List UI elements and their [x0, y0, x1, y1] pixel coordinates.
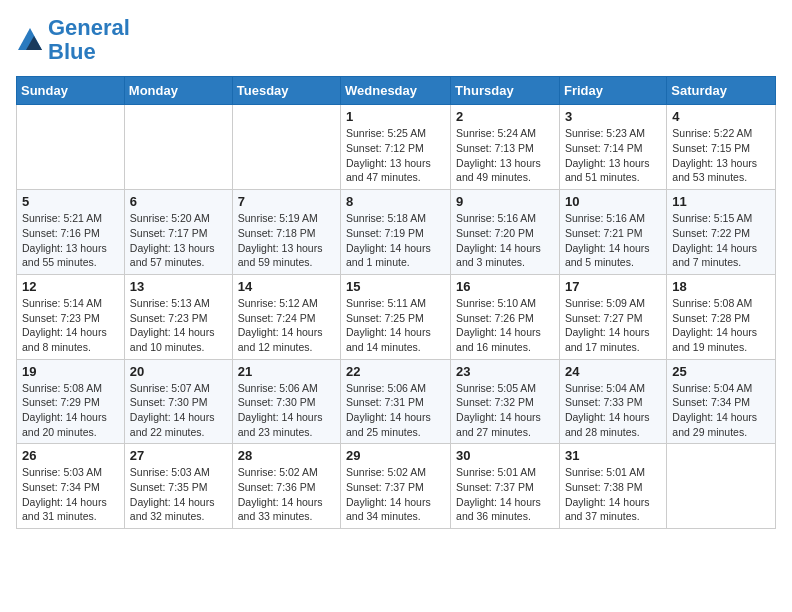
- calendar-day-cell: 8Sunrise: 5:18 AMSunset: 7:19 PMDaylight…: [341, 190, 451, 275]
- calendar-day-cell: 4Sunrise: 5:22 AMSunset: 7:15 PMDaylight…: [667, 105, 776, 190]
- day-number: 10: [565, 194, 661, 209]
- day-number: 13: [130, 279, 227, 294]
- day-number: 30: [456, 448, 554, 463]
- day-number: 26: [22, 448, 119, 463]
- day-info: Sunrise: 5:11 AMSunset: 7:25 PMDaylight:…: [346, 296, 445, 355]
- page-header: General Blue: [16, 16, 776, 64]
- day-info: Sunrise: 5:02 AMSunset: 7:37 PMDaylight:…: [346, 465, 445, 524]
- weekday-header-cell: Monday: [124, 77, 232, 105]
- logo-icon: [16, 26, 44, 54]
- weekday-header-cell: Tuesday: [232, 77, 340, 105]
- calendar-day-cell: 3Sunrise: 5:23 AMSunset: 7:14 PMDaylight…: [559, 105, 666, 190]
- calendar-day-cell: 28Sunrise: 5:02 AMSunset: 7:36 PMDayligh…: [232, 444, 340, 529]
- day-number: 11: [672, 194, 770, 209]
- calendar-day-cell: 1Sunrise: 5:25 AMSunset: 7:12 PMDaylight…: [341, 105, 451, 190]
- logo: General Blue: [16, 16, 130, 64]
- day-number: 14: [238, 279, 335, 294]
- day-info: Sunrise: 5:20 AMSunset: 7:17 PMDaylight:…: [130, 211, 227, 270]
- day-number: 29: [346, 448, 445, 463]
- weekday-header-cell: Friday: [559, 77, 666, 105]
- calendar-day-cell: 31Sunrise: 5:01 AMSunset: 7:38 PMDayligh…: [559, 444, 666, 529]
- day-info: Sunrise: 5:21 AMSunset: 7:16 PMDaylight:…: [22, 211, 119, 270]
- day-info: Sunrise: 5:02 AMSunset: 7:36 PMDaylight:…: [238, 465, 335, 524]
- weekday-header-cell: Thursday: [451, 77, 560, 105]
- calendar-table: SundayMondayTuesdayWednesdayThursdayFrid…: [16, 76, 776, 529]
- day-info: Sunrise: 5:06 AMSunset: 7:31 PMDaylight:…: [346, 381, 445, 440]
- calendar-day-cell: 17Sunrise: 5:09 AMSunset: 7:27 PMDayligh…: [559, 274, 666, 359]
- day-info: Sunrise: 5:07 AMSunset: 7:30 PMDaylight:…: [130, 381, 227, 440]
- weekday-header-cell: Sunday: [17, 77, 125, 105]
- day-info: Sunrise: 5:19 AMSunset: 7:18 PMDaylight:…: [238, 211, 335, 270]
- day-info: Sunrise: 5:03 AMSunset: 7:34 PMDaylight:…: [22, 465, 119, 524]
- day-info: Sunrise: 5:12 AMSunset: 7:24 PMDaylight:…: [238, 296, 335, 355]
- day-info: Sunrise: 5:08 AMSunset: 7:28 PMDaylight:…: [672, 296, 770, 355]
- weekday-header-cell: Saturday: [667, 77, 776, 105]
- weekday-header-row: SundayMondayTuesdayWednesdayThursdayFrid…: [17, 77, 776, 105]
- day-number: 28: [238, 448, 335, 463]
- day-info: Sunrise: 5:10 AMSunset: 7:26 PMDaylight:…: [456, 296, 554, 355]
- day-number: 17: [565, 279, 661, 294]
- day-number: 25: [672, 364, 770, 379]
- calendar-day-cell: 29Sunrise: 5:02 AMSunset: 7:37 PMDayligh…: [341, 444, 451, 529]
- calendar-week-row: 26Sunrise: 5:03 AMSunset: 7:34 PMDayligh…: [17, 444, 776, 529]
- calendar-day-cell: 30Sunrise: 5:01 AMSunset: 7:37 PMDayligh…: [451, 444, 560, 529]
- day-info: Sunrise: 5:04 AMSunset: 7:33 PMDaylight:…: [565, 381, 661, 440]
- day-number: 6: [130, 194, 227, 209]
- calendar-day-cell: 5Sunrise: 5:21 AMSunset: 7:16 PMDaylight…: [17, 190, 125, 275]
- day-info: Sunrise: 5:05 AMSunset: 7:32 PMDaylight:…: [456, 381, 554, 440]
- calendar-day-cell: 18Sunrise: 5:08 AMSunset: 7:28 PMDayligh…: [667, 274, 776, 359]
- calendar-day-cell: [232, 105, 340, 190]
- calendar-day-cell: 2Sunrise: 5:24 AMSunset: 7:13 PMDaylight…: [451, 105, 560, 190]
- day-info: Sunrise: 5:06 AMSunset: 7:30 PMDaylight:…: [238, 381, 335, 440]
- day-number: 31: [565, 448, 661, 463]
- day-number: 18: [672, 279, 770, 294]
- day-number: 24: [565, 364, 661, 379]
- calendar-day-cell: 19Sunrise: 5:08 AMSunset: 7:29 PMDayligh…: [17, 359, 125, 444]
- calendar-day-cell: 11Sunrise: 5:15 AMSunset: 7:22 PMDayligh…: [667, 190, 776, 275]
- day-number: 7: [238, 194, 335, 209]
- day-info: Sunrise: 5:09 AMSunset: 7:27 PMDaylight:…: [565, 296, 661, 355]
- day-number: 19: [22, 364, 119, 379]
- day-number: 4: [672, 109, 770, 124]
- calendar-week-row: 12Sunrise: 5:14 AMSunset: 7:23 PMDayligh…: [17, 274, 776, 359]
- day-number: 27: [130, 448, 227, 463]
- weekday-header-cell: Wednesday: [341, 77, 451, 105]
- calendar-day-cell: 23Sunrise: 5:05 AMSunset: 7:32 PMDayligh…: [451, 359, 560, 444]
- calendar-day-cell: 26Sunrise: 5:03 AMSunset: 7:34 PMDayligh…: [17, 444, 125, 529]
- calendar-day-cell: 15Sunrise: 5:11 AMSunset: 7:25 PMDayligh…: [341, 274, 451, 359]
- calendar-week-row: 19Sunrise: 5:08 AMSunset: 7:29 PMDayligh…: [17, 359, 776, 444]
- day-info: Sunrise: 5:16 AMSunset: 7:20 PMDaylight:…: [456, 211, 554, 270]
- day-number: 20: [130, 364, 227, 379]
- day-number: 5: [22, 194, 119, 209]
- day-number: 2: [456, 109, 554, 124]
- calendar-day-cell: [124, 105, 232, 190]
- day-info: Sunrise: 5:22 AMSunset: 7:15 PMDaylight:…: [672, 126, 770, 185]
- calendar-body: 1Sunrise: 5:25 AMSunset: 7:12 PMDaylight…: [17, 105, 776, 529]
- calendar-day-cell: 9Sunrise: 5:16 AMSunset: 7:20 PMDaylight…: [451, 190, 560, 275]
- day-info: Sunrise: 5:03 AMSunset: 7:35 PMDaylight:…: [130, 465, 227, 524]
- day-number: 3: [565, 109, 661, 124]
- calendar-day-cell: 22Sunrise: 5:06 AMSunset: 7:31 PMDayligh…: [341, 359, 451, 444]
- day-number: 12: [22, 279, 119, 294]
- day-info: Sunrise: 5:08 AMSunset: 7:29 PMDaylight:…: [22, 381, 119, 440]
- day-info: Sunrise: 5:13 AMSunset: 7:23 PMDaylight:…: [130, 296, 227, 355]
- calendar-day-cell: 16Sunrise: 5:10 AMSunset: 7:26 PMDayligh…: [451, 274, 560, 359]
- calendar-day-cell: 20Sunrise: 5:07 AMSunset: 7:30 PMDayligh…: [124, 359, 232, 444]
- calendar-day-cell: 14Sunrise: 5:12 AMSunset: 7:24 PMDayligh…: [232, 274, 340, 359]
- day-number: 22: [346, 364, 445, 379]
- calendar-day-cell: 13Sunrise: 5:13 AMSunset: 7:23 PMDayligh…: [124, 274, 232, 359]
- day-info: Sunrise: 5:01 AMSunset: 7:38 PMDaylight:…: [565, 465, 661, 524]
- calendar-day-cell: 10Sunrise: 5:16 AMSunset: 7:21 PMDayligh…: [559, 190, 666, 275]
- day-number: 1: [346, 109, 445, 124]
- day-number: 9: [456, 194, 554, 209]
- day-info: Sunrise: 5:04 AMSunset: 7:34 PMDaylight:…: [672, 381, 770, 440]
- calendar-day-cell: 25Sunrise: 5:04 AMSunset: 7:34 PMDayligh…: [667, 359, 776, 444]
- calendar-day-cell: 7Sunrise: 5:19 AMSunset: 7:18 PMDaylight…: [232, 190, 340, 275]
- day-info: Sunrise: 5:15 AMSunset: 7:22 PMDaylight:…: [672, 211, 770, 270]
- day-info: Sunrise: 5:01 AMSunset: 7:37 PMDaylight:…: [456, 465, 554, 524]
- day-number: 21: [238, 364, 335, 379]
- day-number: 16: [456, 279, 554, 294]
- calendar-day-cell: [17, 105, 125, 190]
- day-info: Sunrise: 5:18 AMSunset: 7:19 PMDaylight:…: [346, 211, 445, 270]
- day-number: 23: [456, 364, 554, 379]
